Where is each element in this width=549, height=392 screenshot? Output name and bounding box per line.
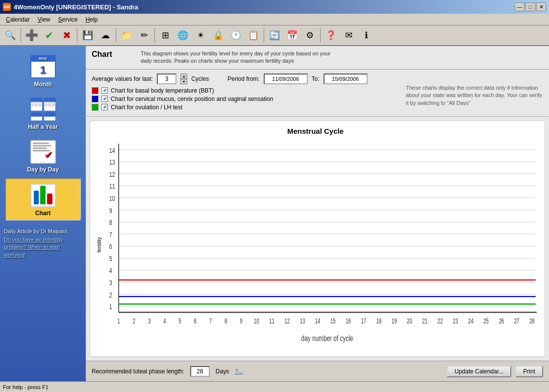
sidebar-item-month[interactable]: MON 1 Month (5, 50, 81, 91)
sidebar-label-month: Month (34, 81, 52, 88)
sidebar-label-halfyear: Half a Year (28, 123, 58, 130)
toolbar-sep-1 (21, 28, 21, 43)
svg-text:4: 4 (163, 317, 166, 325)
svg-text:25: 25 (483, 317, 489, 325)
svg-text:1: 1 (109, 302, 112, 311)
luteal-value-input[interactable]: 28 (190, 366, 210, 377)
help-link[interactable]: ?... (235, 368, 243, 375)
halfyear-icon (28, 96, 58, 122)
close-button[interactable]: ✕ (536, 2, 546, 11)
svg-text:day number of cycle: day number of cycle (301, 334, 353, 343)
svg-text:10: 10 (254, 317, 259, 325)
toolbar-settings-button[interactable]: ⚙ (301, 27, 318, 44)
svg-text:1: 1 (117, 317, 120, 325)
title-bar-left: 4W 4WomenOnly [UNREGISTERED] - Sandra (3, 3, 138, 11)
toolbar-info-button[interactable]: ℹ (358, 27, 374, 44)
toolbar-sep-3 (116, 28, 116, 43)
toolbar-mail-button[interactable]: ✉ (340, 27, 357, 44)
status-text: For help - press F1 (3, 384, 49, 390)
svg-text:16: 16 (346, 317, 351, 325)
menu-calendar[interactable]: Calendar (2, 15, 34, 24)
svg-text:3: 3 (109, 278, 112, 287)
chart-inner: Menstrual Cycle fertility 14 13 1 (90, 121, 545, 357)
print-button[interactable]: Print (515, 366, 543, 377)
toolbar-globe-button[interactable]: 🌐 (175, 27, 191, 44)
legend-row-2: ✔ Chart for ovulation / LH test (92, 104, 386, 111)
legend-label-1: Chart for cervical mucus, cervix positio… (111, 96, 274, 102)
toolbar-note-button[interactable]: 📋 (245, 27, 262, 44)
date-to-label: To: (312, 75, 320, 82)
avg-spin-down[interactable]: ▼ (180, 79, 187, 84)
legend-check-0[interactable]: ✔ (101, 87, 108, 94)
avg-value-input[interactable]: 3 (157, 74, 176, 84)
svg-text:3: 3 (148, 317, 151, 325)
svg-text:20: 20 (407, 317, 412, 325)
update-calendar-button[interactable]: Update Calendar... (447, 366, 511, 377)
cycles-label: Cycles (191, 75, 209, 82)
svg-text:9: 9 (109, 206, 112, 214)
svg-text:7: 7 (109, 230, 112, 239)
sidebar-label-daybyday: Day by Day (27, 166, 59, 173)
sidebar-item-daybyday[interactable]: ✔ Day by Day (5, 135, 81, 176)
menu-view[interactable]: View (34, 15, 54, 24)
legend-row-0: ✔ Chart for basal body temperature (BBT) (92, 87, 386, 94)
sidebar-item-chart[interactable]: Chart (5, 178, 81, 220)
menu-help[interactable]: Help (82, 15, 102, 24)
legend-check-1[interactable]: ✔ (101, 96, 108, 102)
svg-text:6: 6 (194, 317, 197, 325)
svg-text:11: 11 (269, 317, 274, 325)
avg-label: Average values for last: (92, 75, 153, 82)
avg-spin-buttons: ▲ ▼ (180, 74, 187, 84)
app-icon: 4W (3, 3, 11, 11)
article-section: Daily Article by Dr Malpani: Do you have… (2, 226, 84, 261)
toolbar-delete-button[interactable]: ✖ (58, 27, 75, 44)
luteal-label: Recommended luteal phase length: (92, 368, 184, 375)
svg-text:4: 4 (109, 266, 112, 274)
maximize-button[interactable]: □ (525, 2, 535, 11)
article-heading: Daily Article by Dr Malpani: (4, 228, 82, 234)
toolbar-calendar2-button[interactable]: 📅 (284, 27, 300, 44)
toolbar-save-button[interactable]: 💾 (79, 27, 96, 44)
svg-text:28: 28 (529, 317, 535, 325)
toolbar-grid-button[interactable]: ⊞ (157, 27, 174, 44)
menu-bar: Calendar View Service Help (0, 14, 549, 25)
toolbar-sun-button[interactable]: ✴ (192, 27, 209, 44)
toolbar-folder-button[interactable]: 📁 (118, 27, 135, 44)
sidebar-item-halfyear[interactable]: Half a Year (5, 93, 81, 133)
days-label: Days (216, 368, 229, 375)
toolbar-clock-button[interactable]: 🕐 (227, 27, 244, 44)
toolbar-edit-button[interactable]: ✏ (136, 27, 152, 44)
svg-text:24: 24 (468, 317, 474, 325)
period-from-label: Period from: (227, 75, 259, 82)
legend-check-2[interactable]: ✔ (101, 104, 108, 110)
svg-text:17: 17 (361, 317, 366, 325)
date-from-input[interactable]: 11/09/2006 (264, 74, 308, 84)
sidebar: MON 1 Month (0, 46, 86, 381)
toolbar-search-button[interactable]: 🔍 (2, 27, 19, 44)
main-layout: MON 1 Month (0, 46, 549, 381)
svg-text:6: 6 (109, 242, 112, 250)
minimize-button[interactable]: — (515, 2, 524, 11)
title-bar-controls: — □ ✕ (515, 2, 546, 11)
toolbar-add-button[interactable]: ➕ (23, 27, 40, 44)
article-link[interactable]: Do you have an infertility problem? When… (4, 236, 82, 259)
chart-icon (28, 182, 58, 209)
svg-text:12: 12 (109, 170, 115, 178)
chart-container: Menstrual Cycle fertility 14 13 1 (86, 117, 549, 361)
svg-text:27: 27 (514, 317, 520, 325)
toolbar-check-button[interactable]: ✔ (41, 27, 57, 44)
toolbar-cloud-button[interactable]: ☁ (97, 27, 114, 44)
toolbar-refresh-button[interactable]: 🔄 (266, 27, 283, 44)
toolbar-lock-button[interactable]: 🔒 (210, 27, 226, 44)
toolbar-help-button[interactable]: ❓ (323, 27, 339, 44)
chart-svg-container: 14 13 12 11 10 9 8 (104, 139, 537, 350)
svg-text:10: 10 (109, 194, 115, 202)
svg-text:5: 5 (178, 317, 181, 325)
svg-text:21: 21 (422, 317, 427, 325)
date-to-input[interactable]: 15/09/2006 (324, 74, 368, 84)
sidebar-label-chart: Chart (35, 210, 50, 217)
menu-service[interactable]: Service (54, 15, 82, 24)
svg-text:9: 9 (240, 317, 243, 325)
status-bar: For help - press F1 (0, 381, 549, 392)
avg-spin-up[interactable]: ▲ (180, 74, 187, 79)
